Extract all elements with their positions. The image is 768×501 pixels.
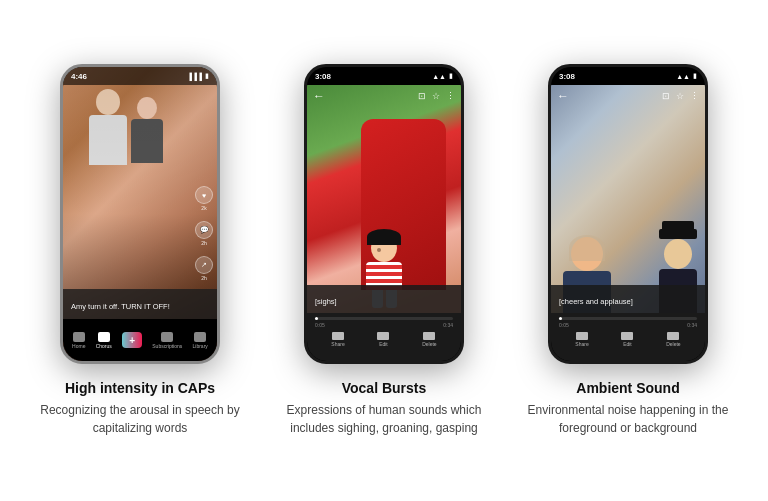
nav-add[interactable]: + [122,332,142,348]
phone-frame-1: 4:46 ▐▐▐ ▮ [60,64,220,364]
main-container: 4:46 ▐▐▐ ▮ [0,44,768,457]
phone-screen-3: 3:08 ▲▲ ▮ ← ⊡ ☆ ⋮ [551,67,705,361]
edit-label-3: Edit [623,341,632,347]
elder-hair [569,235,605,261]
top-icons-2: ⊡ ☆ ⋮ [418,91,455,101]
edit-icon-2 [377,332,389,340]
tiktok-comment-icon: 💬 2h [195,221,213,246]
share-btn-2[interactable]: Share [331,332,344,347]
caption-overlay-2: [sighs] [307,285,461,313]
elder-head [571,237,603,271]
status-bar-2: 3:08 ▲▲ ▮ [307,67,461,85]
edit-btn-3[interactable]: Edit [621,332,633,347]
chorus-icon [98,332,110,342]
nav-subscriptions[interactable]: Subscriptions [152,332,182,349]
edit-btn-2[interactable]: Edit [377,332,389,347]
status-icons-2: ▲▲ ▮ [432,72,453,80]
media-controls-2: 0:05 0:34 Share Edit [307,313,461,361]
battery-icon-2: ▮ [449,72,453,80]
photo-area-2 [307,85,461,313]
delete-btn-2[interactable]: Delete [422,332,436,347]
share-label: 2h [201,275,207,281]
cast-icon-3[interactable]: ⊡ [662,91,670,101]
share-label-3: Share [575,341,588,347]
share-circle: ↗ [195,256,213,274]
tiktok-share-icon: ↗ 2h [195,256,213,281]
comment-circle: 💬 [195,221,213,239]
back-icon-2[interactable]: ← [313,89,325,103]
nav-library-label: Library [193,343,208,349]
delete-btn-3[interactable]: Delete [666,332,680,347]
phone-card-1: 4:46 ▐▐▐ ▮ [30,64,250,437]
wifi-icon-2: ▲▲ [432,73,446,80]
share-icon-2 [332,332,344,340]
comment-label: 2h [201,240,207,246]
progress-fill-2 [315,317,318,320]
caption-text-3: [cheers and applause] [559,297,633,306]
more-icon-2[interactable]: ⋮ [446,91,455,101]
girl-hand-chin [377,248,381,252]
subscriptions-icon [161,332,173,342]
card-title-2: Vocal Bursts [342,380,427,396]
share-btn-3[interactable]: Share [575,332,588,347]
cast-icon-2[interactable]: ⊡ [418,91,426,101]
library-icon [194,332,206,342]
delete-label-2: Delete [422,341,436,347]
status-time-2: 3:08 [315,72,331,81]
media-buttons-2: Share Edit Delete [307,330,461,349]
delete-icon-2 [423,332,435,340]
nav-chorus-label: Chorus [96,343,112,349]
phone-wrapper-2: 3:08 ▲▲ ▮ ← ⊡ ☆ ⋮ [304,64,464,364]
scene-2 [307,85,461,313]
status-icons-3: ▲▲ ▮ [676,72,697,80]
card-desc-1: Recognizing the arousal in speech by cap… [30,402,250,437]
photo-area-3 [551,85,705,313]
caption-overlay-3: [cheers and applause] [551,285,705,313]
delete-icon-3 [667,332,679,340]
phone-screen-1: 4:46 ▐▐▐ ▮ [63,67,217,361]
status-time-3: 3:08 [559,72,575,81]
status-bar-1: 4:46 ▐▐▐ ▮ [63,67,217,85]
time-start-3: 0:05 [559,322,569,328]
caption-text-2: [sighs] [315,297,337,306]
battery-icon-3: ▮ [693,72,697,80]
edit-icon-3 [621,332,633,340]
time-end-3: 0:34 [687,322,697,328]
share-label-2: Share [331,341,344,347]
phone-card-3: 3:08 ▲▲ ▮ ← ⊡ ☆ ⋮ [518,64,738,437]
phone-wrapper-3: 3:08 ▲▲ ▮ ← ⊡ ☆ ⋮ [548,64,708,364]
status-bar-3: 3:08 ▲▲ ▮ [551,67,705,85]
progress-bar-2 [315,317,453,320]
phone-wrapper-1: 4:46 ▐▐▐ ▮ [60,64,220,364]
top-bar-3: ← ⊡ ☆ ⋮ [551,85,705,107]
like-label: 2k [201,205,206,211]
tiktok-sidebar: ♥ 2k 💬 2h ↗ 2h [195,186,213,281]
media-buttons-3: Share Edit Delete [551,330,705,349]
star-icon-2[interactable]: ☆ [432,91,440,101]
grad-head [664,239,692,269]
card-desc-3: Environmental noise happening in the for… [518,402,738,437]
signal-icon-1: ▐▐▐ [187,73,202,80]
back-icon-3[interactable]: ← [557,89,569,103]
girl-head [371,234,397,262]
caption-text-1: Amy turn it off. TURN IT OFF! [71,302,170,311]
nav-subs-label: Subscriptions [152,343,182,349]
home-icon [73,332,85,342]
nav-home-label: Home [72,343,85,349]
phone-frame-2: 3:08 ▲▲ ▮ ← ⊡ ☆ ⋮ [304,64,464,364]
top-icons-3: ⊡ ☆ ⋮ [662,91,699,101]
card-desc-2: Expressions of human sounds which includ… [274,402,494,437]
media-controls-3: 0:05 0:34 Share Edit [551,313,705,361]
tiktok-like-icon: ♥ 2k [195,186,213,211]
star-icon-3[interactable]: ☆ [676,91,684,101]
status-icons-1: ▐▐▐ ▮ [187,72,209,80]
top-bar-2: ← ⊡ ☆ ⋮ [307,85,461,107]
girl-hair [367,229,401,245]
more-icon-3[interactable]: ⋮ [690,91,699,101]
nav-chorus[interactable]: Chorus [96,332,112,349]
nav-home[interactable]: Home [72,332,85,349]
card-title-3: Ambient Sound [576,380,679,396]
nav-library[interactable]: Library [193,332,208,349]
time-end-2: 0:34 [443,322,453,328]
phone-card-2: 3:08 ▲▲ ▮ ← ⊡ ☆ ⋮ [274,64,494,437]
